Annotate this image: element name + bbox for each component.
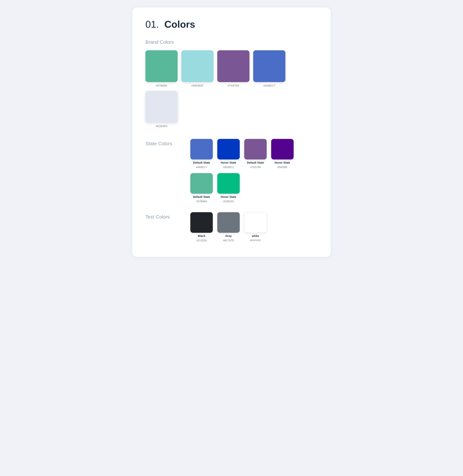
state-color-swatch-0: Default State#4A6EC7 bbox=[190, 139, 213, 169]
brand-colors-section: Brand Colors #57B89A#99DBDF#7A5794#4A6EC… bbox=[145, 39, 318, 128]
state-color-box-1 bbox=[217, 139, 240, 159]
text-color-name-2: white bbox=[252, 234, 259, 237]
state-color-name-4: Default State bbox=[193, 195, 210, 198]
main-card: 01. Colors Brand Colors #57B89A#99DBDF#7… bbox=[132, 8, 331, 257]
brand-color-box-2 bbox=[217, 50, 249, 82]
state-color-hex-4: #57B89A bbox=[196, 200, 207, 203]
brand-color-box-0 bbox=[145, 50, 178, 82]
text-colors-section: Text Colors Black#212529Gray#6C757Dwhite… bbox=[145, 212, 318, 242]
state-colors-section: State Colors Default State#4A6EC7Hover S… bbox=[145, 139, 318, 203]
state-color-box-4 bbox=[190, 173, 213, 194]
state-color-box-5 bbox=[217, 173, 240, 194]
text-color-swatch-2: white#FFFFFF bbox=[244, 212, 267, 242]
brand-color-box-4 bbox=[145, 91, 178, 123]
state-color-hex-1: #0038C2 bbox=[223, 166, 234, 169]
state-color-hex-2: #7A5794 bbox=[250, 166, 261, 169]
brand-color-label-3: #4A6EC7 bbox=[263, 84, 275, 87]
text-color-name-0: Black bbox=[198, 234, 205, 237]
state-color-hex-5: #02BC82 bbox=[223, 200, 234, 203]
state-color-hex-3: #54038F bbox=[277, 166, 287, 169]
state-color-swatch-1: Hover State#0038C2 bbox=[217, 139, 240, 169]
state-color-swatch-4: Default State#57B89A bbox=[190, 173, 213, 203]
brand-colors-label: Brand Colors bbox=[145, 39, 318, 45]
text-color-box-1 bbox=[217, 212, 240, 233]
text-colors-grid: Black#212529Gray#6C757Dwhite#FFFFFF bbox=[190, 212, 318, 242]
brand-colors-row: #57B89A#99DBDF#7A5794#4A6EC7#E2E6F0 bbox=[145, 50, 318, 128]
state-color-swatch-2: Default State#7A5794 bbox=[244, 139, 267, 169]
state-color-name-5: Hover State bbox=[221, 195, 236, 198]
text-color-box-0 bbox=[190, 212, 213, 233]
text-color-name-1: Gray bbox=[225, 234, 232, 237]
brand-color-label-4: #E2E6F0 bbox=[156, 124, 168, 128]
text-colors-label: Text Colors bbox=[145, 212, 183, 220]
state-color-box-2 bbox=[244, 139, 267, 159]
state-color-name-2: Default State bbox=[247, 161, 264, 164]
state-color-name-0: Default State bbox=[193, 161, 210, 164]
brand-color-box-3 bbox=[253, 50, 285, 82]
state-color-hex-0: #4A6EC7 bbox=[196, 166, 207, 169]
state-color-swatch-5: Hover State#02BC82 bbox=[217, 173, 240, 203]
text-color-hex-2: #FFFFFF bbox=[250, 239, 261, 242]
brand-color-swatch-4: #E2E6F0 bbox=[145, 91, 178, 128]
brand-color-swatch-1: #99DBDF bbox=[181, 50, 214, 87]
state-color-name-3: Hover State bbox=[275, 161, 290, 164]
brand-color-label-1: #99DBDF bbox=[191, 84, 204, 87]
state-color-box-3 bbox=[271, 139, 294, 159]
text-color-box-2 bbox=[244, 212, 267, 233]
brand-color-swatch-2: #7A5794 bbox=[217, 50, 249, 87]
brand-color-label-0: #57B89A bbox=[156, 84, 167, 87]
state-color-box-0 bbox=[190, 139, 213, 159]
brand-color-swatch-0: #57B89A bbox=[145, 50, 178, 87]
page-title: 01. Colors bbox=[145, 19, 318, 30]
brand-color-label-2: #7A5794 bbox=[228, 84, 239, 87]
state-color-name-1: Hover State bbox=[221, 161, 236, 164]
brand-color-box-1 bbox=[181, 50, 214, 82]
text-color-swatch-1: Gray#6C757D bbox=[217, 212, 240, 242]
text-color-hex-1: #6C757D bbox=[223, 239, 234, 242]
state-colors-grid: Default State#4A6EC7Hover State#0038C2De… bbox=[190, 139, 318, 203]
state-color-swatch-3: Hover State#54038F bbox=[271, 139, 294, 169]
state-colors-label: State Colors bbox=[145, 139, 183, 147]
brand-color-swatch-3: #4A6EC7 bbox=[253, 50, 285, 87]
text-color-hex-0: #212529 bbox=[196, 239, 207, 242]
text-color-swatch-0: Black#212529 bbox=[190, 212, 213, 242]
